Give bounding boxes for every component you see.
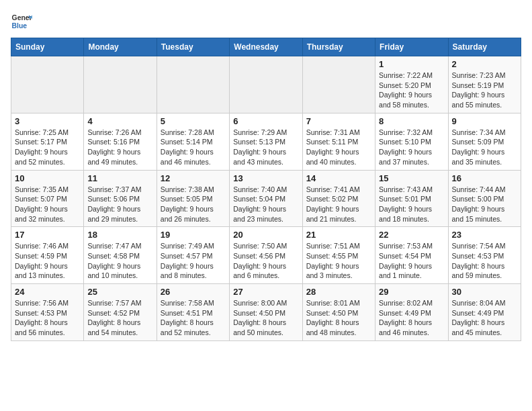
calendar-cell (84, 56, 157, 113)
calendar-cell: 7Sunrise: 7:31 AM Sunset: 5:11 PM Daylig… (302, 113, 375, 170)
day-info: Sunrise: 7:47 AM Sunset: 4:58 PM Dayligh… (87, 241, 152, 281)
calendar-table: SundayMondayTuesdayWednesdayThursdayFrid… (11, 38, 521, 341)
calendar-cell: 5Sunrise: 7:28 AM Sunset: 5:14 PM Daylig… (157, 113, 229, 170)
day-number: 18 (87, 230, 152, 240)
calendar-cell: 24Sunrise: 7:56 AM Sunset: 4:53 PM Dayli… (11, 284, 84, 341)
day-number: 16 (452, 173, 517, 183)
header-saturday: Saturday (448, 38, 521, 56)
day-number: 8 (379, 116, 444, 126)
day-number: 19 (161, 230, 226, 240)
calendar-cell: 18Sunrise: 7:47 AM Sunset: 4:58 PM Dayli… (84, 227, 157, 284)
day-info: Sunrise: 7:56 AM Sunset: 4:53 PM Dayligh… (15, 298, 80, 338)
day-number: 2 (452, 59, 517, 69)
day-number: 28 (306, 287, 371, 297)
calendar-cell: 17Sunrise: 7:46 AM Sunset: 4:59 PM Dayli… (11, 227, 84, 284)
day-info: Sunrise: 7:37 AM Sunset: 5:06 PM Dayligh… (87, 185, 152, 224)
day-info: Sunrise: 8:04 AM Sunset: 4:49 PM Dayligh… (452, 298, 517, 338)
calendar-cell: 15Sunrise: 7:43 AM Sunset: 5:01 PM Dayli… (375, 170, 448, 227)
calendar-cell: 23Sunrise: 7:54 AM Sunset: 4:53 PM Dayli… (448, 227, 521, 284)
header-sunday: Sunday (11, 38, 84, 56)
calendar-cell: 13Sunrise: 7:40 AM Sunset: 5:04 PM Dayli… (230, 170, 302, 227)
day-number: 15 (379, 173, 444, 183)
calendar-cell: 10Sunrise: 7:35 AM Sunset: 5:07 PM Dayli… (11, 170, 84, 227)
calendar-cell: 11Sunrise: 7:37 AM Sunset: 5:06 PM Dayli… (84, 170, 157, 227)
header-friday: Friday (375, 38, 448, 56)
calendar-cell: 30Sunrise: 8:04 AM Sunset: 4:49 PM Dayli… (448, 284, 521, 341)
calendar-cell: 16Sunrise: 7:44 AM Sunset: 5:00 PM Dayli… (448, 170, 521, 227)
calendar-cell: 2Sunrise: 7:23 AM Sunset: 5:19 PM Daylig… (448, 56, 521, 113)
day-number: 10 (15, 173, 80, 183)
day-number: 13 (233, 173, 298, 183)
day-info: Sunrise: 8:01 AM Sunset: 4:50 PM Dayligh… (306, 298, 371, 338)
logo-icon: General Blue (11, 11, 32, 32)
day-info: Sunrise: 7:28 AM Sunset: 5:14 PM Dayligh… (161, 128, 226, 167)
calendar-cell: 29Sunrise: 8:02 AM Sunset: 4:49 PM Dayli… (375, 284, 448, 341)
header-tuesday: Tuesday (157, 38, 229, 56)
calendar-week-2: 10Sunrise: 7:35 AM Sunset: 5:07 PM Dayli… (11, 170, 521, 227)
calendar-week-1: 3Sunrise: 7:25 AM Sunset: 5:17 PM Daylig… (11, 113, 521, 170)
calendar-cell (230, 56, 302, 113)
day-number: 17 (15, 230, 80, 240)
calendar-cell: 26Sunrise: 7:58 AM Sunset: 4:51 PM Dayli… (157, 284, 229, 341)
day-number: 14 (306, 173, 371, 183)
calendar-week-4: 24Sunrise: 7:56 AM Sunset: 4:53 PM Dayli… (11, 284, 521, 341)
calendar-cell: 25Sunrise: 7:57 AM Sunset: 4:52 PM Dayli… (84, 284, 157, 341)
calendar-cell: 3Sunrise: 7:25 AM Sunset: 5:17 PM Daylig… (11, 113, 84, 170)
day-info: Sunrise: 7:49 AM Sunset: 4:57 PM Dayligh… (161, 241, 226, 281)
calendar-cell: 21Sunrise: 7:51 AM Sunset: 4:55 PM Dayli… (302, 227, 375, 284)
day-info: Sunrise: 7:25 AM Sunset: 5:17 PM Dayligh… (15, 128, 80, 167)
calendar-week-3: 17Sunrise: 7:46 AM Sunset: 4:59 PM Dayli… (11, 227, 521, 284)
svg-text:Blue: Blue (12, 22, 28, 30)
day-info: Sunrise: 7:35 AM Sunset: 5:07 PM Dayligh… (15, 185, 80, 224)
day-info: Sunrise: 8:00 AM Sunset: 4:50 PM Dayligh… (233, 298, 298, 338)
day-info: Sunrise: 7:58 AM Sunset: 4:51 PM Dayligh… (161, 298, 226, 338)
day-number: 7 (306, 116, 371, 126)
day-info: Sunrise: 7:38 AM Sunset: 5:05 PM Dayligh… (161, 185, 226, 224)
day-number: 12 (161, 173, 226, 183)
day-number: 1 (379, 59, 444, 69)
day-number: 3 (15, 116, 80, 126)
day-number: 11 (87, 173, 152, 183)
day-info: Sunrise: 7:31 AM Sunset: 5:11 PM Dayligh… (306, 128, 371, 167)
calendar-cell: 14Sunrise: 7:41 AM Sunset: 5:02 PM Dayli… (302, 170, 375, 227)
day-info: Sunrise: 7:54 AM Sunset: 4:53 PM Dayligh… (452, 241, 517, 281)
day-info: Sunrise: 7:50 AM Sunset: 4:56 PM Dayligh… (233, 241, 298, 281)
day-number: 27 (233, 287, 298, 297)
day-info: Sunrise: 7:22 AM Sunset: 5:20 PM Dayligh… (379, 71, 444, 110)
calendar-cell (302, 56, 375, 113)
day-info: Sunrise: 7:57 AM Sunset: 4:52 PM Dayligh… (87, 298, 152, 338)
calendar-cell: 22Sunrise: 7:53 AM Sunset: 4:54 PM Dayli… (375, 227, 448, 284)
header-monday: Monday (84, 38, 157, 56)
day-info: Sunrise: 7:23 AM Sunset: 5:19 PM Dayligh… (452, 71, 517, 110)
calendar-cell: 6Sunrise: 7:29 AM Sunset: 5:13 PM Daylig… (230, 113, 302, 170)
day-info: Sunrise: 7:51 AM Sunset: 4:55 PM Dayligh… (306, 241, 371, 281)
calendar-cell: 8Sunrise: 7:32 AM Sunset: 5:10 PM Daylig… (375, 113, 448, 170)
calendar-week-0: 1Sunrise: 7:22 AM Sunset: 5:20 PM Daylig… (11, 56, 521, 113)
day-info: Sunrise: 7:46 AM Sunset: 4:59 PM Dayligh… (15, 241, 80, 281)
calendar-cell: 9Sunrise: 7:34 AM Sunset: 5:09 PM Daylig… (448, 113, 521, 170)
calendar-cell: 12Sunrise: 7:38 AM Sunset: 5:05 PM Dayli… (157, 170, 229, 227)
day-number: 24 (15, 287, 80, 297)
day-info: Sunrise: 7:40 AM Sunset: 5:04 PM Dayligh… (233, 185, 298, 224)
day-info: Sunrise: 7:29 AM Sunset: 5:13 PM Dayligh… (233, 128, 298, 167)
day-number: 29 (379, 287, 444, 297)
day-info: Sunrise: 7:53 AM Sunset: 4:54 PM Dayligh… (379, 241, 444, 281)
calendar-cell: 20Sunrise: 7:50 AM Sunset: 4:56 PM Dayli… (230, 227, 302, 284)
calendar-cell: 1Sunrise: 7:22 AM Sunset: 5:20 PM Daylig… (375, 56, 448, 113)
day-number: 6 (233, 116, 298, 126)
day-number: 4 (87, 116, 152, 126)
calendar-cell: 27Sunrise: 8:00 AM Sunset: 4:50 PM Dayli… (230, 284, 302, 341)
day-info: Sunrise: 7:43 AM Sunset: 5:01 PM Dayligh… (379, 185, 444, 224)
header-wednesday: Wednesday (230, 38, 302, 56)
calendar-cell: 19Sunrise: 7:49 AM Sunset: 4:57 PM Dayli… (157, 227, 229, 284)
day-info: Sunrise: 7:44 AM Sunset: 5:00 PM Dayligh… (452, 185, 517, 224)
logo: General Blue (11, 11, 35, 32)
calendar-cell: 28Sunrise: 8:01 AM Sunset: 4:50 PM Dayli… (302, 284, 375, 341)
calendar-cell: 4Sunrise: 7:26 AM Sunset: 5:16 PM Daylig… (84, 113, 157, 170)
day-number: 20 (233, 230, 298, 240)
day-info: Sunrise: 7:26 AM Sunset: 5:16 PM Dayligh… (87, 128, 152, 167)
day-info: Sunrise: 7:41 AM Sunset: 5:02 PM Dayligh… (306, 185, 371, 224)
header-thursday: Thursday (302, 38, 375, 56)
day-info: Sunrise: 7:32 AM Sunset: 5:10 PM Dayligh… (379, 128, 444, 167)
day-number: 5 (161, 116, 226, 126)
